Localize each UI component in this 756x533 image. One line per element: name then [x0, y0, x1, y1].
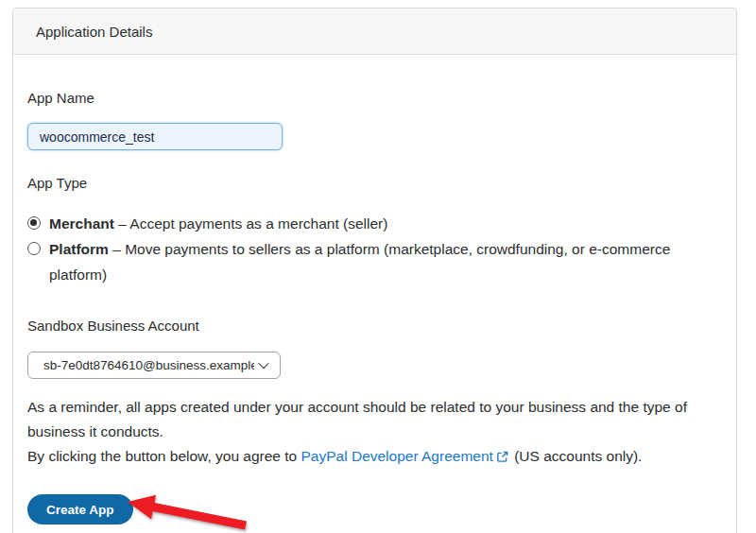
app-type-radio-group: Merchant – Accept payments as a merchant…	[27, 211, 708, 287]
panel-body: App Name App Type Merchant – Accept paym…	[13, 91, 736, 533]
reminder-text: As a reminder, all apps created under yo…	[27, 395, 722, 444]
app-name-label: App Name	[27, 91, 722, 105]
radio-platform-description: Move payments to sellers as a platform (…	[49, 241, 670, 283]
notice-text-block: As a reminder, all apps created under yo…	[27, 395, 722, 471]
agreement-line: By clicking the button below, you agree …	[27, 444, 722, 471]
radio-platform-text: Platform – Move payments to sellers as a…	[49, 236, 708, 287]
agreement-prefix: By clicking the button below, you agree …	[27, 448, 301, 464]
application-details-panel: Application Details App Name App Type Me…	[12, 8, 737, 533]
chevron-down-icon	[260, 361, 268, 370]
radio-button-merchant[interactable]	[27, 216, 41, 230]
panel-title: Application Details	[36, 24, 152, 40]
sandbox-account-select[interactable]: sb-7e0dt8764610@business.example.co	[27, 352, 281, 379]
app-type-label: App Type	[27, 176, 722, 190]
sandbox-account-label: Sandbox Business Account	[27, 318, 722, 333]
radio-platform-dash: –	[112, 241, 121, 257]
app-name-input[interactable]	[27, 123, 283, 150]
radio-platform-name: Platform	[49, 241, 109, 257]
radio-merchant-text: Merchant – Accept payments as a merchant…	[49, 211, 387, 236]
radio-merchant-name: Merchant	[49, 215, 114, 232]
radio-button-platform[interactable]	[27, 242, 41, 255]
radio-option-merchant[interactable]: Merchant – Accept payments as a merchant…	[27, 211, 708, 236]
external-link-icon	[496, 446, 508, 471]
sandbox-account-selected-value: sb-7e0dt8764610@business.example.co	[43, 358, 254, 372]
radio-option-platform[interactable]: Platform – Move payments to sellers as a…	[27, 236, 708, 287]
agreement-suffix: (US accounts only).	[510, 448, 643, 464]
developer-agreement-link[interactable]: PayPal Developer Agreement	[301, 448, 493, 464]
radio-merchant-dash: –	[118, 215, 127, 232]
panel-header: Application Details	[13, 9, 736, 55]
create-app-button[interactable]: Create App	[27, 494, 133, 524]
radio-merchant-description: Accept payments as a merchant (seller)	[129, 215, 387, 232]
